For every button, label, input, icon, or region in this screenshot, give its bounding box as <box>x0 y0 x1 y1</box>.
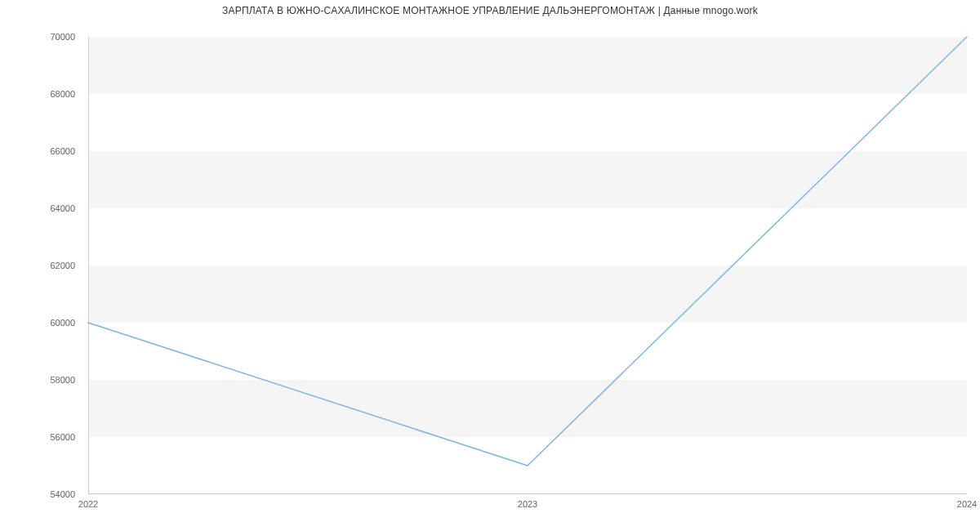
plot-area <box>88 37 967 494</box>
data-series-line <box>88 37 967 466</box>
y-tick-label: 56000 <box>50 432 75 442</box>
y-tick-label: 70000 <box>50 32 75 42</box>
y-tick-label: 62000 <box>50 261 75 270</box>
chart-title: ЗАРПЛАТА В ЮЖНО-САХАЛИНСКОЕ МОНТАЖНОЕ УП… <box>0 5 980 16</box>
y-axis-tick-labels: 5400056000580006000062000640006600068000… <box>0 37 82 494</box>
x-tick-label: 2023 <box>518 499 537 509</box>
y-tick-label: 58000 <box>50 375 75 385</box>
chart-svg <box>88 37 967 494</box>
chart-container: ЗАРПЛАТА В ЮЖНО-САХАЛИНСКОЕ МОНТАЖНОЕ УП… <box>0 0 980 531</box>
x-axis-tick-labels: 202220232024 <box>88 494 967 514</box>
y-tick-label: 64000 <box>50 203 75 213</box>
y-tick-label: 68000 <box>50 89 75 99</box>
y-tick-label: 54000 <box>50 489 75 499</box>
y-tick-label: 60000 <box>50 318 75 328</box>
y-tick-label: 66000 <box>50 146 75 156</box>
x-tick-label: 2022 <box>78 499 98 509</box>
x-tick-label: 2024 <box>957 499 977 509</box>
